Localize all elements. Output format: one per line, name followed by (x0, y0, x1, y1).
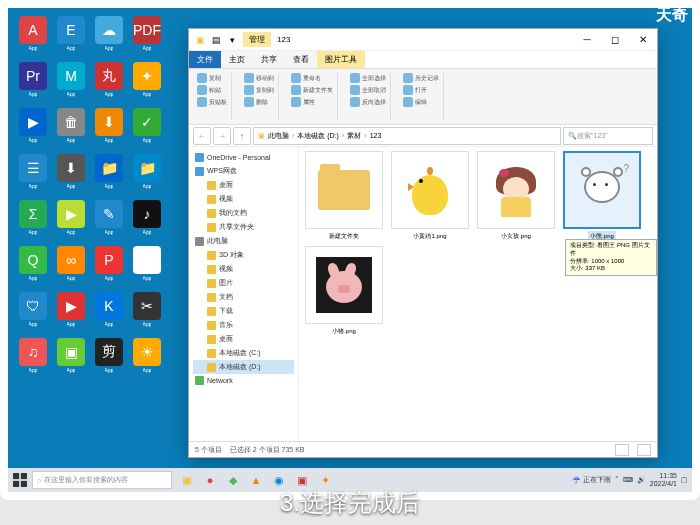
desktop-icon[interactable]: ☰App (16, 154, 50, 196)
ribbon-item[interactable]: 历史记录 (403, 73, 439, 83)
maximize-button[interactable]: ◻ (601, 29, 629, 51)
file-item[interactable]: 小女孩.png (475, 151, 557, 242)
file-item[interactable]: 新建文件夹 (303, 151, 385, 242)
qat-dropdown-icon[interactable]: ▾ (225, 33, 239, 47)
nav-network[interactable]: Network (193, 374, 294, 387)
desktop-icon[interactable]: 🗑App (54, 108, 88, 150)
nav-onedrive[interactable]: OneDrive - Personal (193, 151, 294, 164)
desktop-icon[interactable]: ♪App (130, 200, 164, 242)
ribbon-item[interactable]: 移动到 (244, 73, 274, 83)
nav-quick-item[interactable]: 共享文件夹 (193, 220, 294, 234)
ribbon-item[interactable]: 编辑 (403, 97, 439, 107)
desktop-icon[interactable]: PrApp (16, 62, 50, 104)
ribbon-item[interactable]: 新建文件夹 (291, 85, 333, 95)
ribbon-item[interactable]: 全部选择 (350, 73, 386, 83)
breadcrumb-segment[interactable]: 素材 (347, 131, 361, 141)
ribbon-item[interactable]: 反向选择 (350, 97, 386, 107)
desktop-icon[interactable]: ⬇App (54, 154, 88, 196)
desktop-icon[interactable]: PDFApp (130, 16, 164, 58)
desktop-icon[interactable]: ⬇App (92, 108, 126, 150)
desktop-icon[interactable]: QApp (16, 246, 50, 288)
nav-quick-item[interactable]: 我的文档 (193, 206, 294, 220)
desktop-icon[interactable]: ▶App (54, 200, 88, 242)
ribbon-item[interactable]: 全部取消 (350, 85, 386, 95)
status-item-count: 5 个项目 (195, 445, 222, 455)
nav-quick-item[interactable]: 视频 (193, 192, 294, 206)
desktop-icon[interactable]: ♫App (16, 338, 50, 380)
nav-pc-item[interactable]: 视频 (193, 262, 294, 276)
close-button[interactable]: ✕ (629, 29, 657, 51)
desktop-icon[interactable]: ✓App (130, 108, 164, 150)
tab-picture-tools[interactable]: 图片工具 (317, 51, 365, 68)
nav-pc-item[interactable]: 图片 (193, 276, 294, 290)
nav-quick-item[interactable]: 桌面 (193, 178, 294, 192)
nav-pc-item[interactable]: 桌面 (193, 332, 294, 346)
nav-pc-item[interactable]: 音乐 (193, 318, 294, 332)
desktop-icon[interactable]: ∞App (54, 246, 88, 288)
desktop-icon[interactable]: MApp (54, 62, 88, 104)
file-list[interactable]: 新建文件夹小黄鸡1.png小女孩.png?小熊.png小猪.png 项目类型: … (299, 147, 657, 441)
svg-rect-1 (21, 473, 27, 479)
ribbon-item[interactable]: 剪贴板 (197, 97, 227, 107)
desktop-icon[interactable]: ▶App (16, 108, 50, 150)
desktop-icon[interactable]: ▣App (54, 338, 88, 380)
file-item[interactable]: 小黄鸡1.png (389, 151, 471, 242)
search-input[interactable]: 🔍 搜索"123" (563, 127, 653, 145)
desktop-icon[interactable]: ☰App (130, 246, 164, 288)
desktop-icon[interactable]: 剪App (92, 338, 126, 380)
nav-pc-item[interactable]: 本地磁盘 (D:) (193, 360, 294, 374)
nav-back-button[interactable]: ← (193, 127, 211, 145)
desktop-icon[interactable]: AApp (16, 16, 50, 58)
ribbon-item[interactable]: 粘贴 (197, 85, 227, 95)
desktop-icon[interactable]: 🛡App (16, 292, 50, 334)
desktop-icon[interactable]: ✂App (130, 292, 164, 334)
status-bar: 5 个项目 已选择 2 个项目 735 KB (189, 441, 657, 457)
ribbon-item[interactable]: 属性 (291, 97, 333, 107)
breadcrumb-segment[interactable]: 123 (370, 132, 382, 139)
nav-up-button[interactable]: ↑ (233, 127, 251, 145)
desktop-icon[interactable]: 丸App (92, 62, 126, 104)
tab-view[interactable]: 查看 (285, 51, 317, 68)
file-name: 小猪.png (330, 326, 358, 337)
address-bar-row: ← → ↑ ▣ 此电脑›本地磁盘 (D:)›素材›123 🔍 搜索"123" (189, 125, 657, 147)
nav-forward-button[interactable]: → (213, 127, 231, 145)
ribbon-item[interactable]: 删除 (244, 97, 274, 107)
desktop-icon[interactable]: ☁App (92, 16, 126, 58)
ribbon-item[interactable]: 复制 (197, 73, 227, 83)
ribbon-item[interactable]: 重命名 (291, 73, 333, 83)
nav-pc-item[interactable]: 下载 (193, 304, 294, 318)
nav-pc-item[interactable]: 3D 对象 (193, 248, 294, 262)
desktop-icon[interactable]: ▶App (54, 292, 88, 334)
view-details-button[interactable] (615, 444, 629, 456)
ribbon: 复制粘贴剪贴板移动到复制到删除重命名新建文件夹属性全部选择全部取消反向选择历史记… (189, 69, 657, 125)
tab-home[interactable]: 主页 (221, 51, 253, 68)
file-item[interactable]: 小猪.png (303, 246, 385, 337)
breadcrumb[interactable]: ▣ 此电脑›本地磁盘 (D:)›素材›123 (253, 127, 561, 145)
view-thumbnails-button[interactable] (637, 444, 651, 456)
desktop-icon-grid: AAppEApp☁AppPDFAppPrAppMApp丸App✦App▶App🗑… (8, 8, 188, 492)
titlebar[interactable]: ▣ ▤ ▾ 管理 123 ─ ◻ ✕ (189, 29, 657, 51)
breadcrumb-segment[interactable]: 本地磁盘 (D:) (297, 131, 339, 141)
file-item[interactable]: ?小熊.png (561, 151, 643, 242)
desktop-icon[interactable]: EApp (54, 16, 88, 58)
desktop-icon[interactable]: KApp (92, 292, 126, 334)
minimize-button[interactable]: ─ (573, 29, 601, 51)
desktop-icon[interactable]: ✎App (92, 200, 126, 242)
folder-icon: ▣ (258, 132, 265, 140)
qat-properties-icon[interactable]: ▤ (209, 33, 223, 47)
nav-pc-item[interactable]: 本地磁盘 (C:) (193, 346, 294, 360)
desktop-icon[interactable]: ✦App (130, 62, 164, 104)
ribbon-item[interactable]: 复制到 (244, 85, 274, 95)
desktop-icon[interactable]: ΣApp (16, 200, 50, 242)
breadcrumb-segment[interactable]: 此电脑 (268, 131, 289, 141)
desktop-icon[interactable]: PApp (92, 246, 126, 288)
tab-share[interactable]: 共享 (253, 51, 285, 68)
desktop-icon[interactable]: 📁App (92, 154, 126, 196)
ribbon-item[interactable]: 打开 (403, 85, 439, 95)
desktop-icon[interactable]: 📁App (130, 154, 164, 196)
desktop-icon[interactable]: ☀App (130, 338, 164, 380)
nav-pc-item[interactable]: 文档 (193, 290, 294, 304)
tab-file[interactable]: 文件 (189, 51, 221, 68)
nav-this-pc[interactable]: 此电脑 (193, 234, 294, 248)
nav-wps[interactable]: WPS网盘 (193, 164, 294, 178)
